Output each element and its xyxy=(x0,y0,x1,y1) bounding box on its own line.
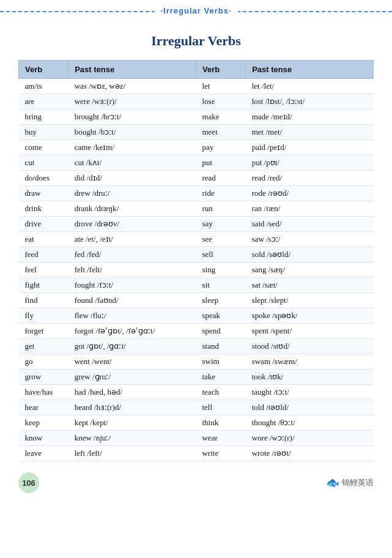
table-row: drinkdrank /dræŋk/runran /ræn/ xyxy=(19,201,374,217)
header-past2: Past tense xyxy=(246,61,374,79)
cell-verb2: sleep xyxy=(196,293,245,308)
cell-past2: met /met/ xyxy=(246,125,374,140)
table-header-row: Verb Past tense Verb Past tense xyxy=(19,61,374,79)
cell-verb1: am/is xyxy=(19,79,68,94)
cell-past2: taught /tɔːt/ xyxy=(246,385,374,400)
cell-verb1: drink xyxy=(19,201,68,217)
table-row: feelfelt /felt/singsang /sæŋ/ xyxy=(19,262,374,278)
irregular-verbs-table: Verb Past tense Verb Past tense am/iswas… xyxy=(18,60,374,461)
table-row: growgrew /ɡruː/taketook /tʊk/ xyxy=(19,370,374,385)
cell-verb1: cut xyxy=(19,155,68,171)
table-row: flyflew /fluː/speakspoke /spəʊk/ xyxy=(19,308,374,324)
table-row: drivedrove /drəʊv/saysaid /sed/ xyxy=(19,217,374,232)
cell-past1: flew /fluː/ xyxy=(68,308,196,324)
cell-verb1: bring xyxy=(19,110,68,125)
cell-verb2: let xyxy=(196,79,245,94)
page-number: 106 xyxy=(18,472,39,493)
cell-past2: said /sed/ xyxy=(246,217,374,232)
cell-past1: drove /drəʊv/ xyxy=(68,217,196,232)
cell-verb1: get xyxy=(19,339,68,354)
cell-verb1: drive xyxy=(19,217,68,232)
banner-text: ·Irregular Verbs· xyxy=(155,6,238,15)
brand-name: 锦鲤英语 xyxy=(342,477,374,488)
cell-verb2: pay xyxy=(196,140,245,155)
cell-past2: sat /sæt/ xyxy=(246,278,374,293)
table-row: getgot /ɡɒt/, /ɡɑːt/standstood /stʊd/ xyxy=(19,339,374,354)
brand-logo: 🐟 锦鲤英语 xyxy=(326,476,374,489)
cell-past2: let /let/ xyxy=(246,79,374,94)
footer: 106 🐟 锦鲤英语 xyxy=(18,472,374,499)
cell-past2: put /pʊt/ xyxy=(246,155,374,171)
table-row: forgetforgot /fəˈɡɒt/, /fəˈɡɑːt/spendspe… xyxy=(19,324,374,339)
cell-verb1: feed xyxy=(19,247,68,262)
cell-past1: heard /hɜː(r)d/ xyxy=(68,400,196,415)
cell-verb2: tell xyxy=(196,400,245,415)
cell-verb2: wear xyxy=(196,431,245,446)
cell-verb2: put xyxy=(196,155,245,171)
cell-past2: sold /səʊld/ xyxy=(246,247,374,262)
table-row: have/hashad /hæd, həd/teachtaught /tɔːt/ xyxy=(19,385,374,400)
cell-past2: stood /stʊd/ xyxy=(246,339,374,354)
cell-verb1: go xyxy=(19,354,68,370)
cell-verb2: spend xyxy=(196,324,245,339)
top-banner: ·Irregular Verbs· xyxy=(0,0,392,20)
cell-verb2: say xyxy=(196,217,245,232)
cell-verb1: are xyxy=(19,94,68,110)
cell-verb2: speak xyxy=(196,308,245,324)
cell-verb1: grow xyxy=(19,370,68,385)
cell-past2: sang /sæŋ/ xyxy=(246,262,374,278)
cell-past1: were /wɜː(r)/ xyxy=(68,94,196,110)
cell-verb1: do/does xyxy=(19,171,68,186)
cell-past2: lost /lɒst/, /lɔːst/ xyxy=(246,94,374,110)
table-row: leaveleft /left/writewrote /rəʊt/ xyxy=(19,446,374,461)
cell-past2: took /tʊk/ xyxy=(246,370,374,385)
cell-verb1: fly xyxy=(19,308,68,324)
cell-verb1: fight xyxy=(19,278,68,293)
cell-past1: was /wɒz, wəz/ xyxy=(68,79,196,94)
table-row: arewere /wɜː(r)/loselost /lɒst/, /lɔːst/ xyxy=(19,94,374,110)
cell-past1: drew /druː/ xyxy=(68,186,196,201)
table-row: do/doesdid /dɪd/readread /red/ xyxy=(19,171,374,186)
cell-past1: brought /brɔːt/ xyxy=(68,110,196,125)
cell-verb1: come xyxy=(19,140,68,155)
cell-verb1: eat xyxy=(19,232,68,247)
table-row: hearheard /hɜː(r)d/telltold /təʊld/ xyxy=(19,400,374,415)
cell-verb1: have/has xyxy=(19,385,68,400)
table-row: gowent /went/swimswam /swæm/ xyxy=(19,354,374,370)
cell-verb1: keep xyxy=(19,415,68,431)
table-row: eatate /et/, /eɪt/seesaw /sɔː/ xyxy=(19,232,374,247)
cell-past2: ran /ræn/ xyxy=(246,201,374,217)
header-verb1: Verb xyxy=(19,61,68,79)
brand-icon: 🐟 xyxy=(326,476,339,489)
cell-past2: saw /sɔː/ xyxy=(246,232,374,247)
cell-verb2: swim xyxy=(196,354,245,370)
cell-verb1: hear xyxy=(19,400,68,415)
cell-past2: swam /swæm/ xyxy=(246,354,374,370)
cell-verb2: stand xyxy=(196,339,245,354)
cell-past2: paid /peɪd/ xyxy=(246,140,374,155)
cell-verb1: know xyxy=(19,431,68,446)
table-row: buybought /bɔːt/meetmet /met/ xyxy=(19,125,374,140)
table-row: findfound /faʊnd/sleepslept /slept/ xyxy=(19,293,374,308)
cell-past2: made /meɪd/ xyxy=(246,110,374,125)
cell-verb2: make xyxy=(196,110,245,125)
cell-past2: thought /θɔːt/ xyxy=(246,415,374,431)
table-row: keepkept /kept/thinkthought /θɔːt/ xyxy=(19,415,374,431)
cell-verb2: sell xyxy=(196,247,245,262)
cell-past1: knew /njuː/ xyxy=(68,431,196,446)
cell-verb1: forget xyxy=(19,324,68,339)
cell-verb1: buy xyxy=(19,125,68,140)
cell-past1: went /went/ xyxy=(68,354,196,370)
cell-past1: grew /ɡruː/ xyxy=(68,370,196,385)
cell-past2: slept /slept/ xyxy=(246,293,374,308)
cell-past1: left /left/ xyxy=(68,446,196,461)
cell-verb2: run xyxy=(196,201,245,217)
cell-verb1: find xyxy=(19,293,68,308)
cell-past1: fought /fɔːt/ xyxy=(68,278,196,293)
cell-past2: spent /spent/ xyxy=(246,324,374,339)
cell-past1: ate /et/, /eɪt/ xyxy=(68,232,196,247)
table-row: knowknew /njuː/wearwore /wɔː(r)/ xyxy=(19,431,374,446)
header-verb2: Verb xyxy=(196,61,245,79)
cell-verb2: write xyxy=(196,446,245,461)
table-row: bringbrought /brɔːt/makemade /meɪd/ xyxy=(19,110,374,125)
